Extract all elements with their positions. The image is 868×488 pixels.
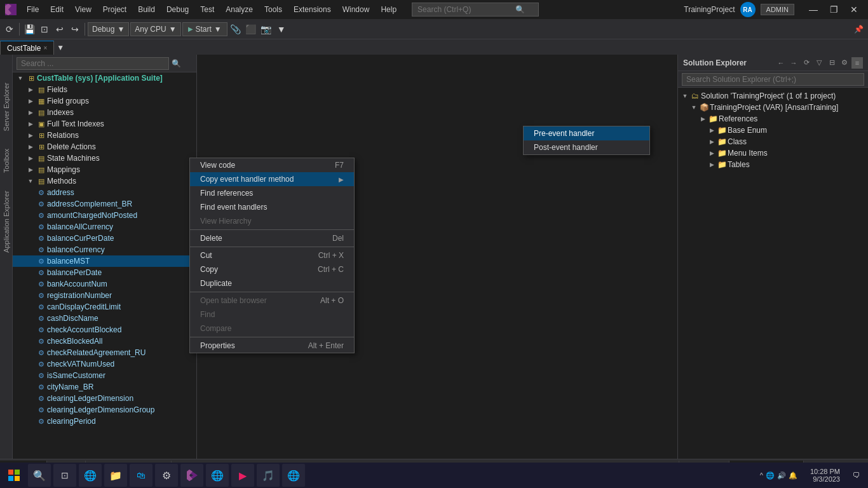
tree-item-issamecustomer[interactable]: ⚙ isSameCustomer: [13, 370, 196, 381]
cpu-config-dropdown[interactable]: Any CPU ▼: [130, 22, 180, 36]
menu-analyze[interactable]: Analyze: [220, 3, 258, 17]
tree-root-item[interactable]: ▼ ⊞ CustTable (sys) [Application Suite]: [13, 72, 196, 84]
toolbar-pin[interactable]: 📌: [851, 22, 865, 36]
taskbar-music[interactable]: 🎵: [257, 464, 280, 487]
attach-debugger[interactable]: 📎: [229, 22, 243, 36]
tree-item-methods[interactable]: ▼ ▤ Methods: [13, 175, 196, 187]
tree-item-deleteactions[interactable]: ▶ ⊞ Delete Actions: [13, 141, 196, 152]
system-clock[interactable]: 10:28 PM 9/3/2023: [805, 468, 845, 483]
sys-tray-flag[interactable]: 🔔: [789, 471, 797, 480]
tree-item-balanceperdate[interactable]: ⚙ balancePerDate: [13, 267, 196, 278]
menu-build[interactable]: Build: [133, 3, 160, 17]
tree-item-fields[interactable]: ▶ ▤ Fields: [13, 84, 196, 95]
menu-project[interactable]: Project: [98, 3, 132, 17]
tree-item-checkaccountblocked[interactable]: ⚙ checkAccountBlocked: [13, 324, 196, 336]
tree-item-clearingledgerdimgroup[interactable]: ⚙ clearingLedgerDimensionGroup: [13, 404, 196, 416]
sol-item-baseenum[interactable]: ▶ 📁 Base Enum: [678, 125, 868, 136]
sol-item-solution[interactable]: ▼ 🗂 Solution 'TrainingProject' (1 of 1 p…: [678, 90, 868, 102]
taskbar-vs[interactable]: [180, 464, 203, 487]
start-menu-button[interactable]: [3, 464, 25, 487]
toolbar-redo[interactable]: ↪: [68, 22, 82, 36]
submenu-pre-event[interactable]: Pre-event handler: [524, 126, 649, 140]
tree-item-address[interactable]: ⚙ address: [13, 187, 196, 198]
ctx-copy[interactable]: Copy Ctrl + C: [190, 262, 354, 276]
ctx-copy-event[interactable]: Copy event handler method ▶: [190, 172, 354, 186]
tree-item-amountcharged[interactable]: ⚙ amountChargedNotPosted: [13, 210, 196, 221]
admin-button[interactable]: ADMIN: [761, 4, 794, 15]
search-input[interactable]: [417, 5, 513, 14]
taskbar-store[interactable]: 🛍: [130, 464, 153, 487]
toolbar-save[interactable]: 💾: [22, 22, 36, 36]
tree-item-balancemst[interactable]: ⚙ balanceMST: [13, 255, 196, 267]
server-explorer-label[interactable]: Server Explorer: [1, 80, 11, 133]
taskbar-taskview[interactable]: ⊡: [53, 464, 76, 487]
solution-search-input[interactable]: [682, 73, 864, 86]
sol-item-project[interactable]: ▼ 📦 TrainingProject (VAR) [AnsariTrainin…: [678, 102, 868, 113]
tab-custtable[interactable]: CustTable ×: [0, 41, 54, 55]
sol-item-references[interactable]: ▶ 📁 References: [678, 113, 868, 125]
tree-item-checkvatnumused[interactable]: ⚙ checkVATNumUsed: [13, 358, 196, 370]
tree-item-cashdiscname[interactable]: ⚙ cashDiscName: [13, 313, 196, 324]
taskbar-settings[interactable]: ⚙: [155, 464, 178, 487]
toolbar-btn-3[interactable]: ▼: [275, 22, 288, 36]
sol-item-menuitems[interactable]: ▶ 📁 Menu Items: [678, 147, 868, 159]
tree-item-balancecurperdate[interactable]: ⚙ balanceCurPerDate: [13, 233, 196, 244]
global-search[interactable]: 🔍: [412, 3, 539, 17]
application-explorer-label[interactable]: Application Explorer: [1, 188, 11, 255]
close-button[interactable]: ✕: [845, 3, 863, 16]
sol-item-class[interactable]: ▶ 📁 Class: [678, 136, 868, 147]
taskbar-media[interactable]: ▶: [231, 464, 254, 487]
tree-item-clearingperiod[interactable]: ⚙ clearingPeriod: [13, 416, 196, 427]
tree-item-registrationnumber[interactable]: ⚙ registrationNumber: [13, 290, 196, 301]
tree-item-relations[interactable]: ▶ ⊞ Relations: [13, 130, 196, 141]
menu-tools[interactable]: Tools: [259, 3, 287, 17]
minimize-button[interactable]: —: [804, 3, 822, 16]
debug-config-dropdown[interactable]: Debug ▼: [88, 22, 129, 36]
menu-extensions[interactable]: Extensions: [288, 3, 336, 17]
maximize-button[interactable]: ❐: [825, 3, 843, 16]
tree-search-input[interactable]: [17, 57, 169, 70]
tree-item-fulltextindexes[interactable]: ▶ ▣ Full Text Indexes: [13, 118, 196, 130]
tree-item-addresscomplement[interactable]: ⚙ addressComplement_BR: [13, 198, 196, 210]
taskbar-edge[interactable]: 🌐: [79, 464, 102, 487]
se-filter-button[interactable]: ▽: [813, 57, 825, 69]
tree-item-checkrelatedagreement[interactable]: ⚙ checkRelatedAgreement_RU: [13, 347, 196, 358]
ctx-find-references[interactable]: Find references: [190, 186, 354, 200]
tree-item-statemachines[interactable]: ▶ ▤ State Machines: [13, 152, 196, 164]
tree-item-balanceallcurrency[interactable]: ⚙ balanceAllCurrency: [13, 221, 196, 233]
user-avatar[interactable]: RA: [740, 2, 756, 17]
sys-tray-network[interactable]: 🌐: [766, 471, 775, 480]
sys-tray-volume[interactable]: 🔊: [777, 471, 786, 480]
ctx-delete[interactable]: Delete Del: [190, 231, 354, 245]
tab-overflow-button[interactable]: ▼: [54, 41, 67, 55]
taskbar-browser2[interactable]: 🌐: [282, 464, 305, 487]
toolbar-nav-back[interactable]: ⟳: [3, 22, 17, 36]
toolbar-btn-1[interactable]: ⬛: [244, 22, 258, 36]
menu-file[interactable]: File: [22, 3, 44, 17]
taskbar-chrome[interactable]: 🌐: [206, 464, 229, 487]
menu-view[interactable]: View: [70, 3, 97, 17]
taskbar-explorer[interactable]: 📁: [104, 464, 127, 487]
tree-item-mappings[interactable]: ▶ ▤ Mappings: [13, 164, 196, 175]
tree-item-clearingledgerdim[interactable]: ⚙ clearingLedgerDimension: [13, 393, 196, 404]
start-button[interactable]: ▶ Start ▼: [182, 22, 227, 36]
menu-edit[interactable]: Edit: [45, 3, 69, 17]
ctx-find-event-handlers[interactable]: Find event handlers: [190, 200, 354, 214]
tree-item-fieldgroups[interactable]: ▶ ▦ Field groups: [13, 95, 196, 107]
action-center[interactable]: 🗨: [848, 466, 865, 484]
se-settings-button[interactable]: ≡: [851, 57, 863, 69]
menu-help[interactable]: Help: [376, 3, 402, 17]
tree-item-candisplaycreditlimit[interactable]: ⚙ canDisplayCreditLimit: [13, 301, 196, 313]
se-back-button[interactable]: ←: [775, 57, 787, 69]
ctx-cut[interactable]: Cut Ctrl + X: [190, 248, 354, 262]
submenu-post-event[interactable]: Post-event handler: [524, 140, 649, 154]
tab-close-button[interactable]: ×: [43, 44, 47, 51]
ctx-view-code[interactable]: View code F7: [190, 158, 354, 172]
tree-item-balancecurrency[interactable]: ⚙ balanceCurrency: [13, 244, 196, 255]
toolbar-btn-2[interactable]: 📷: [259, 22, 273, 36]
se-properties-button[interactable]: ⚙: [839, 57, 850, 69]
toolbar-save-all[interactable]: ⊡: [37, 22, 51, 36]
toolbar-undo[interactable]: ↩: [53, 22, 67, 36]
se-forward-button[interactable]: →: [788, 57, 799, 69]
tree-item-indexes[interactable]: ▶ ▤ Indexes: [13, 107, 196, 118]
